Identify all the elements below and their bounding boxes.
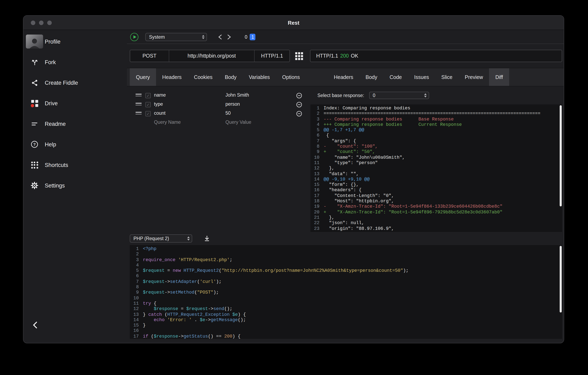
sidebar-label: Settings — [45, 182, 65, 188]
person-silhouette-icon — [28, 37, 41, 48]
download-code-button[interactable] — [203, 234, 211, 243]
query-param-row: ✓ type person — [127, 100, 310, 109]
tab-resp-diff[interactable]: Diff — [489, 68, 509, 86]
send-request-button[interactable] — [130, 33, 138, 41]
codegen-language-select[interactable]: PHP (Request 2) — [130, 234, 192, 243]
row-checkbox[interactable]: ✓ — [145, 93, 151, 98]
minimize-window-icon[interactable] — [39, 20, 43, 25]
code-line: 9$request->setMethod("POST"); — [130, 290, 562, 296]
line-text: "Content-Length": "0", — [324, 193, 394, 199]
line-text: "data": "", — [324, 171, 359, 177]
tab-options[interactable]: Options — [276, 68, 306, 86]
query-name[interactable]: type — [154, 101, 163, 107]
row-checkbox[interactable]: ✓ — [145, 111, 151, 116]
line-number: 5 — [130, 268, 143, 274]
sidebar-item-shortcuts[interactable]: Shortcuts — [23, 154, 127, 175]
zoom-window-icon[interactable] — [47, 20, 52, 25]
traffic-lights — [31, 16, 52, 30]
window-title: Rest — [288, 20, 299, 26]
drag-handle-icon[interactable] — [136, 103, 142, 107]
query-name[interactable]: count — [154, 110, 166, 116]
environment-select[interactable]: System — [145, 33, 207, 41]
drag-handle-icon[interactable] — [136, 94, 142, 98]
history-back-button[interactable] — [216, 33, 224, 41]
base-response-select[interactable]: 0 — [369, 92, 429, 99]
line-text: ========================================… — [324, 111, 540, 117]
code-line: 17if ($response->getStatus() == 200) { — [130, 334, 562, 339]
line-number: 2 — [130, 252, 143, 257]
line-text: } — [143, 323, 146, 328]
query-value[interactable]: person — [225, 101, 240, 107]
diff-panel: Select base response: 0 1Index: Comparin… — [310, 86, 564, 232]
remove-row-icon[interactable] — [296, 92, 302, 99]
code-line: 3--- Comparing response bodies Base Resp… — [310, 117, 562, 122]
tab-cookies[interactable]: Cookies — [188, 68, 219, 86]
line-number: 4 — [310, 122, 324, 128]
line-number: 3 — [310, 117, 324, 122]
drag-handle-icon[interactable] — [136, 112, 142, 116]
gear-icon — [26, 182, 43, 189]
main-area: System 0 1 — [127, 30, 564, 343]
tab-resp-preview[interactable]: Preview — [459, 68, 489, 86]
history-forward-button[interactable] — [225, 33, 233, 41]
generated-code-view[interactable]: 1<?php23require_once 'HTTP/Request2.php'… — [130, 245, 562, 339]
code-line: 16 — [130, 328, 562, 334]
request-index-0[interactable]: 0 — [245, 34, 247, 39]
code-line: 20+ "X-Amzn-Trace-Id": "Root=1-5e94f896-… — [310, 210, 562, 215]
code-line: 4 — [130, 263, 562, 268]
base-response-row: Select base response: 0 — [310, 86, 564, 104]
tab-query[interactable]: Query — [130, 68, 156, 86]
line-number: 14 — [310, 177, 324, 182]
line-number: 16 — [130, 328, 143, 334]
remove-row-icon[interactable] — [296, 110, 302, 118]
sidebar-item-profile[interactable]: Profile — [23, 31, 127, 52]
line-number: 21 — [310, 215, 324, 221]
collapse-sidebar-button[interactable] — [31, 321, 39, 329]
query-value[interactable]: John Smith — [225, 92, 249, 98]
sidebar-item-settings[interactable]: Settings — [23, 175, 127, 196]
line-text: - "url": "http://httpbin.org/post? — [324, 232, 421, 232]
tab-resp-headers[interactable]: Headers — [328, 68, 359, 86]
line-number: 9 — [130, 290, 143, 296]
request-protocol[interactable]: HTTP/1.1 — [255, 50, 290, 62]
line-text: - "X-Amzn-Trace-Id": "Root=1-5e94f864-13… — [324, 204, 502, 210]
sidebar-label: Create Fiddle — [45, 79, 78, 86]
tab-resp-body[interactable]: Body — [359, 68, 384, 86]
sidebar-item-drive[interactable]: Drive — [23, 93, 127, 113]
tab-resp-issues[interactable]: Issues — [408, 68, 435, 86]
code-line: 8 — [130, 285, 562, 290]
tab-headers[interactable]: Headers — [156, 68, 188, 86]
diff-scrollbar[interactable] — [560, 105, 562, 206]
sidebar-item-create-fiddle[interactable]: Create Fiddle — [23, 72, 127, 93]
tab-resp-code[interactable]: Code — [384, 68, 408, 86]
query-name[interactable]: name — [154, 92, 166, 98]
tab-resp-slice[interactable]: Slice — [435, 68, 459, 86]
sidebar-item-readme[interactable]: Readme — [23, 113, 127, 134]
grid-icon[interactable] — [295, 52, 303, 60]
split-panes: ✓ name John Smith ✓ type person — [127, 86, 564, 232]
line-number: 12 — [310, 166, 324, 171]
tab-body[interactable]: Body — [219, 68, 243, 86]
code-line: 7 "args": { — [310, 139, 562, 144]
query-value-placeholder[interactable]: Query Value — [225, 120, 251, 125]
query-value[interactable]: 50 — [225, 110, 231, 116]
request-method[interactable]: POST — [130, 50, 169, 62]
line-number: 3 — [130, 257, 143, 263]
request-index-1[interactable]: 1 — [250, 33, 256, 40]
row-checkbox[interactable]: ✓ — [145, 102, 151, 107]
chevron-left-icon — [218, 34, 222, 40]
close-window-icon[interactable] — [31, 20, 35, 25]
code-scrollbar[interactable] — [560, 246, 562, 312]
code-line: 13 "data": "", — [310, 171, 562, 177]
sidebar-item-help[interactable]: ? Help — [23, 134, 127, 154]
diff-view[interactable]: 1Index: Comparing response bodies2======… — [310, 104, 562, 232]
request-url[interactable]: http://httpbin.org/post — [169, 50, 255, 62]
code-line: 2 — [130, 252, 562, 257]
avatar — [26, 34, 43, 48]
request-url-bar[interactable]: POST http://httpbin.org/post HTTP/1.1 — [130, 50, 290, 62]
code-line: 13} catch (HTTP_Request2_Exception $e) { — [130, 312, 562, 318]
sidebar-item-fork[interactable]: Fork — [23, 52, 127, 72]
query-name-placeholder[interactable]: Query Name — [154, 120, 181, 125]
remove-row-icon[interactable] — [296, 101, 302, 109]
tab-variables[interactable]: Variables — [243, 68, 276, 86]
